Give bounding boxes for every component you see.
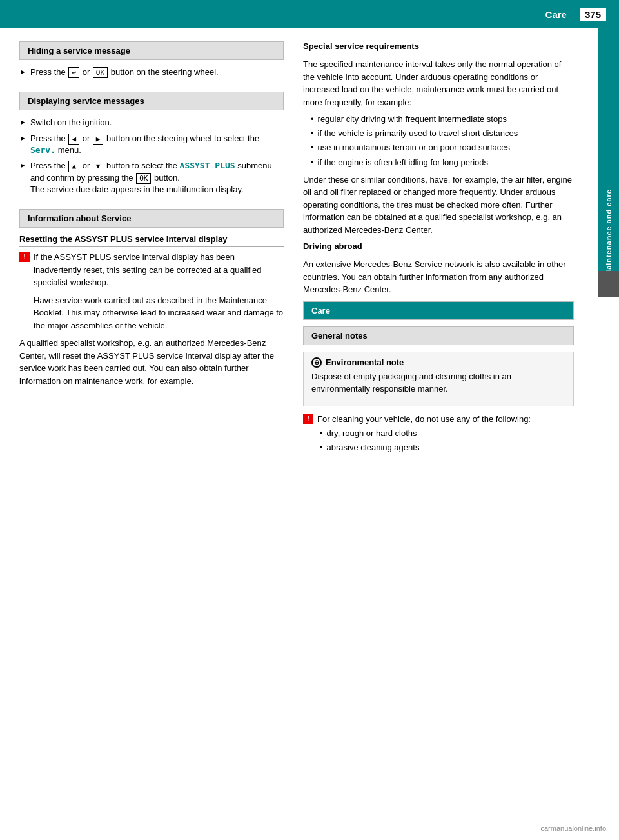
cleaning-warning: ! For cleaning your vehicle, do not use … — [303, 413, 574, 459]
assyst-menu: ASSYST PLUS — [180, 161, 235, 170]
key-right: ▶ — [93, 134, 104, 145]
left-column: Hiding a service message ► Press the ↩ o… — [0, 28, 297, 477]
display-step3: ► Press the ▲ or ▼ button to select the … — [19, 160, 284, 195]
hiding-step1: ► Press the ↩ or OK button on the steeri… — [19, 66, 284, 78]
page-number: 375 — [580, 8, 606, 21]
info-about-service-title: Information about Service — [19, 209, 284, 228]
cleaning-bullets: dry, rough or hard cloths abrasive clean… — [317, 428, 574, 454]
display-step2: ► Press the ◀ or ▶ button on the steerin… — [19, 133, 284, 157]
warning-icon-1: ! — [19, 252, 30, 262]
driving-abroad-title: Driving abroad — [303, 241, 574, 254]
env-note-title-row: ⊕ Environmental note — [311, 357, 565, 368]
special-service-para1: The specified maintenance interval takes… — [303, 58, 574, 108]
bullet-3: use in mountainous terrain or on poor ro… — [311, 142, 574, 154]
env-note: ⊕ Environmental note Dispose of empty pa… — [303, 352, 574, 406]
display-step1: ► Switch on the ignition. — [19, 117, 284, 128]
key-ok-1: OK — [93, 67, 108, 78]
env-note-text: Dispose of empty packaging and cleaning … — [311, 370, 565, 395]
arrow-icon-1: ► — [19, 67, 26, 78]
bullet-1: regular city driving with frequent inter… — [311, 114, 574, 125]
general-notes-title: General notes — [303, 326, 574, 345]
special-service-title: Special service requirements — [303, 41, 574, 54]
cleaning-bullet-1: dry, rough or hard cloths — [320, 428, 574, 439]
serv-menu: Serv. — [30, 145, 55, 155]
key-up: ▲ — [68, 161, 79, 172]
key-down: ▼ — [93, 161, 104, 172]
care-section-title: Care — [303, 301, 574, 320]
side-tab-marker — [598, 271, 619, 297]
hiding-service-message-title: Hiding a service message — [19, 41, 284, 60]
warning-block-1: ! If the ASSYST PLUS service interval di… — [19, 251, 284, 289]
page-section: Care — [545, 9, 567, 20]
key-left: ◀ — [68, 134, 79, 145]
special-service-para2: Under these or similar conditions, have,… — [303, 174, 574, 237]
cleaning-bullet-2: abrasive cleaning agents — [320, 442, 574, 454]
key-return: ↩ — [68, 67, 79, 78]
right-column: Special service requirements The specifi… — [297, 28, 593, 477]
cleaning-warning-text: For cleaning your vehicle, do not use an… — [317, 414, 531, 424]
side-tab: Maintenance and care — [598, 28, 619, 286]
warning-icon-2: ! — [303, 414, 313, 424]
env-note-title-text: Environmental note — [326, 357, 404, 367]
info-para1: A qualified specialist workshop, e.g. an… — [19, 337, 284, 387]
special-service-bullets: regular city driving with frequent inter… — [303, 114, 574, 168]
arrow-icon-3: ► — [19, 134, 26, 157]
driving-abroad-para: An extensive Mercedes-Benz Service netwo… — [303, 258, 574, 296]
header-bar: Care 375 — [0, 0, 619, 28]
key-ok-2: OK — [136, 173, 151, 184]
arrow-icon-4: ► — [19, 161, 26, 195]
resetting-title: Resetting the ASSYST PLUS service interv… — [19, 234, 284, 247]
bullet-2: if the vehicle is primarily used to trav… — [311, 128, 574, 139]
bullet-4: if the engine is often left idling for l… — [311, 157, 574, 168]
displaying-service-messages-title: Displaying service messages — [19, 92, 284, 110]
warning-cont: Have service work carried out as describ… — [19, 294, 284, 332]
env-icon: ⊕ — [311, 357, 322, 368]
arrow-icon-2: ► — [19, 117, 26, 128]
watermark: carmanualonline.info — [540, 825, 606, 832]
main-content: Hiding a service message ► Press the ↩ o… — [0, 28, 619, 477]
